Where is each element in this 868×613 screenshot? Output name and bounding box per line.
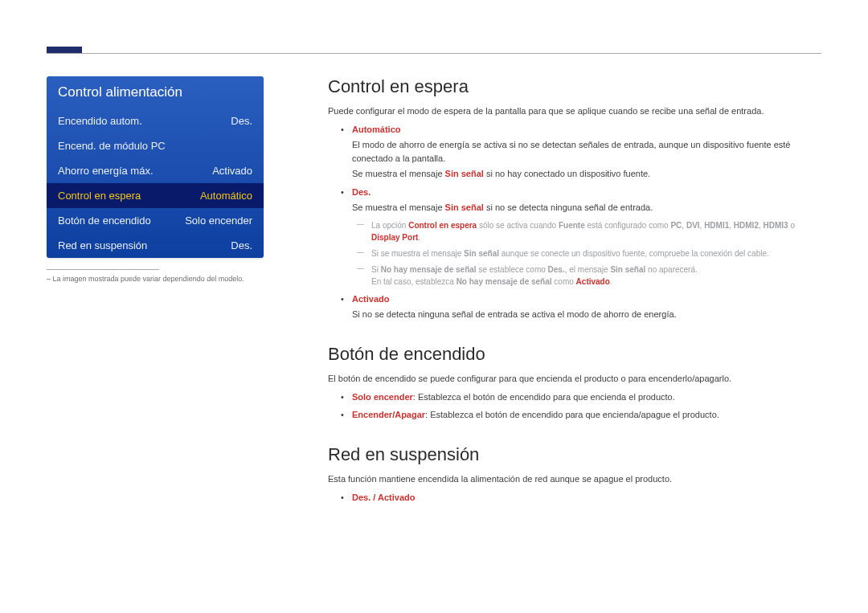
menu-item-label: Botón de encendido <box>58 215 151 227</box>
option-power-on-off: Encender/Apagar: Establezca el botón de … <box>352 408 813 422</box>
menu-item-max-energy-saving[interactable]: Ahorro energía máx. Activado <box>47 158 264 183</box>
menu-title: Control alimentación <box>47 76 264 108</box>
section-heading-standby: Control en espera <box>328 76 813 97</box>
menu-item-value: Solo encender <box>185 215 252 227</box>
standby-intro: Puede configurar el modo de espera de la… <box>328 105 813 118</box>
menu-item-value: Des. <box>231 115 252 127</box>
note-1: La opción Control en espera sólo se acti… <box>360 219 813 243</box>
option-label: Des. <box>352 187 371 197</box>
option-power-on-only: Solo encender: Establezca el botón de en… <box>352 390 813 404</box>
menu-item-label: Ahorro energía máx. <box>58 165 154 177</box>
menu-item-value: Des. <box>231 239 252 251</box>
power-button-options: Solo encender: Establezca el botón de en… <box>328 390 813 422</box>
footnote-text: La imagen mostrada puede variar dependie… <box>47 275 288 283</box>
settings-menu-panel: Control alimentación Encendido autom. De… <box>47 76 264 258</box>
option-des: Des. Se muestra el mensaje Sin señal si … <box>352 186 813 288</box>
option-des-activado: Des. / Activado <box>352 491 813 505</box>
menu-item-label: Control en espera <box>58 190 141 202</box>
option-label: Automático <box>352 125 401 134</box>
section-heading-power-button: Botón de encendido <box>328 344 813 365</box>
right-column: Control en espera Puede configurar el mo… <box>328 76 821 509</box>
menu-item-label: Red en suspensión <box>58 239 147 251</box>
page-content: Control alimentación Encendido autom. De… <box>47 76 821 509</box>
menu-item-value: Activado <box>212 165 252 177</box>
option-activado-line: Si no se detecta ninguna señal de entrad… <box>352 308 813 321</box>
menu-item-value: Automático <box>200 190 252 202</box>
standby-options-list: Automático El modo de ahorro de energía … <box>328 123 813 321</box>
note-2: Si se muestra el mensaje Sin señal aunqu… <box>360 247 813 260</box>
section-heading-network-standby: Red en suspensión <box>328 444 813 465</box>
menu-item-label: Encend. de módulo PC <box>58 140 166 152</box>
option-label: Activado <box>352 294 389 304</box>
menu-item-network-standby[interactable]: Red en suspensión Des. <box>47 233 264 258</box>
menu-item-power-button[interactable]: Botón de encendido Solo encender <box>47 208 264 233</box>
option-auto: Automático El modo de ahorro de energía … <box>352 123 813 181</box>
menu-item-label: Encendido autom. <box>58 115 142 127</box>
header-rule <box>47 53 821 54</box>
menu-item-standby-control[interactable]: Control en espera Automático <box>47 183 264 208</box>
left-column: Control alimentación Encendido autom. De… <box>47 76 288 509</box>
menu-item-auto-power-on[interactable]: Encendido autom. Des. <box>47 108 264 133</box>
note-3: Si No hay mensaje de señal se establece … <box>360 264 813 288</box>
menu-item-pc-module[interactable]: Encend. de módulo PC <box>47 133 264 158</box>
header-tab <box>47 47 82 53</box>
network-standby-options: Des. / Activado <box>328 491 813 505</box>
option-auto-line1: El modo de ahorro de energía se activa s… <box>352 138 813 165</box>
standby-notes: La opción Control en espera sólo se acti… <box>352 219 813 288</box>
network-standby-intro: Esta función mantiene encendida la alime… <box>328 473 813 486</box>
footnote-separator <box>47 269 159 270</box>
power-button-intro: El botón de encendido se puede configura… <box>328 373 813 386</box>
option-des-line1: Se muestra el mensaje Sin señal si no se… <box>352 201 813 215</box>
option-auto-line2: Se muestra el mensaje Sin señal si no ha… <box>352 167 813 181</box>
option-activado: Activado Si no se detecta ninguna señal … <box>352 292 813 321</box>
